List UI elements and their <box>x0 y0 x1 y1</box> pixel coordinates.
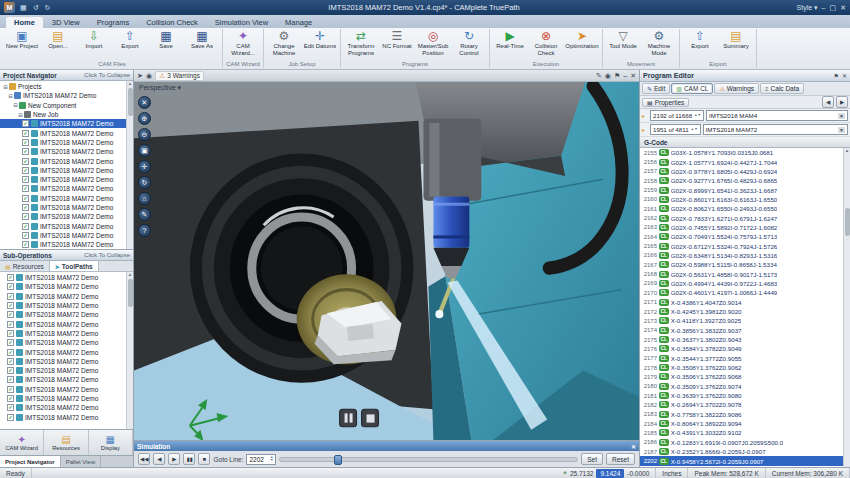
sub-operation-item[interactable]: ✓IMTS2018 MAM72 Demo <box>0 282 126 291</box>
sub-operation-item[interactable]: ✓IMTS2018 MAM72 Demo <box>0 394 126 403</box>
close-icon[interactable]: ✕ <box>842 72 847 79</box>
view-mode-label[interactable]: Perspective ▾ <box>139 84 181 92</box>
simulation-close-icon[interactable]: ✕ <box>631 443 636 450</box>
tree-project[interactable]: ⊟IMTS2018 MAM72 Demo <box>0 91 126 100</box>
ribbon-button-export[interactable]: ⇧Export <box>112 29 148 60</box>
checkbox[interactable]: ✓ <box>7 330 14 337</box>
checkbox[interactable]: ✓ <box>7 414 14 421</box>
scroll-up-icon[interactable]: ▲ <box>128 81 132 86</box>
gcode-row[interactable]: 2179CLX-0.3506Y1.3762Z0.9068 <box>640 372 843 381</box>
sub-operation-item[interactable]: ✓IMTS2018 MAM72 Demo <box>0 273 126 282</box>
display-button[interactable]: ▦Display <box>89 430 133 455</box>
sub-operation-item[interactable]: ✓IMTS2018 MAM72 Demo <box>0 310 126 319</box>
tree-item[interactable]: ✓IMTS2018 MAM72 Demo <box>0 138 126 147</box>
checkbox[interactable]: ✓ <box>7 339 14 346</box>
line-counter[interactable]: 2192 of 11668▲▼ <box>650 110 704 121</box>
sub-operation-item[interactable]: ✓IMTS2018 MAM72 Demo <box>0 292 126 301</box>
tab-manage[interactable]: Manage <box>277 17 320 28</box>
gcode-row[interactable]: 2187CLX-0.2352Y1.8666I-0.2059J-0.0907 <box>640 447 843 456</box>
ribbon-button-realtime[interactable]: ▶Real-Time <box>492 29 528 60</box>
skip-start-button[interactable]: ◀◀ <box>138 453 150 465</box>
checkbox[interactable]: ✓ <box>22 185 29 192</box>
scroll-up-icon[interactable]: ▲ <box>128 272 132 277</box>
editor-tab-cam-cl[interactable]: ▥CAM CL <box>671 83 713 94</box>
simulation-slider[interactable] <box>279 457 578 462</box>
ribbon-button-save-as[interactable]: ▦Save As <box>184 29 220 60</box>
subtab-toolpaths[interactable]: ➤ToolPaths <box>50 261 99 271</box>
spinner-icons[interactable]: ▲▼ <box>691 128 698 132</box>
gcode-row[interactable]: 2177CLX-0.3544Y1.3772Z0.9055 <box>640 354 843 363</box>
gcode-row[interactable]: 2181CLX-0.3639Y1.3762Z0.9080 <box>640 391 843 400</box>
gcode-row[interactable]: 2169CLG02X-0.4994Y1.4439I-0.9722J-1.4683 <box>640 279 843 288</box>
checkbox[interactable]: ✓ <box>22 241 29 248</box>
gcode-row[interactable]: 2162CLG02X-0.7833Y1.6271I-0.6791J-1.6247 <box>640 213 843 222</box>
gcode-row[interactable]: 2183CLX-0.7758Y1.3822Z0.9086 <box>640 410 843 419</box>
collapse-hint[interactable]: Click To Collapse <box>84 252 130 258</box>
sub-operation-item[interactable]: ✓IMTS2018 MAM72 Demo <box>0 338 126 347</box>
tree-item[interactable]: ✓IMTS2018 MAM72 Demo <box>0 212 126 221</box>
gcode-row[interactable]: 2184CLX-0.8064Y1.3892Z0.9094 <box>640 419 843 428</box>
gcode-row[interactable]: 2159CLG02X-0.8999Y1.6541I-0.3623J-1.6687 <box>640 185 843 194</box>
gcode-scrollbar[interactable]: ▲ <box>843 148 850 467</box>
cam-wizard-button[interactable]: ✦CAM Wizard <box>0 430 44 455</box>
sub-operation-item[interactable]: ✓IMTS2018 MAM72 Demo <box>0 375 126 384</box>
simulation-title-bar[interactable]: Simulation ✕ <box>134 441 639 451</box>
checkbox[interactable]: ✓ <box>22 176 29 183</box>
ribbon-button-save[interactable]: ▦Save <box>148 29 184 60</box>
help-tool-icon[interactable]: ? <box>138 224 151 237</box>
editor-tab-edit[interactable]: ✎Edit <box>642 83 670 94</box>
gcode-row[interactable]: 2180CLX-0.3509Y1.3762Z0.9074 <box>640 382 843 391</box>
step-back-button[interactable]: ◀ <box>153 453 165 465</box>
goto-line-input[interactable]: 2202 ▲▼ <box>246 454 276 465</box>
ribbon-button-tool-mode[interactable]: ▽Tool Mode <box>605 29 641 60</box>
home-tool-icon[interactable]: ⌂ <box>138 192 151 205</box>
quick-save-icon[interactable]: ▦ <box>19 4 28 12</box>
zoom-fit-tool-icon[interactable]: ▣ <box>138 144 151 157</box>
gcode-row[interactable]: 2175CLX-0.3637Y1.3802Z0.9043 <box>640 335 843 344</box>
checkbox[interactable]: ✓ <box>7 283 14 290</box>
checkbox[interactable]: ✓ <box>7 293 14 300</box>
gcode-row[interactable]: 2165CLG02X-0.6712Y1.5324I-0.7924J-1.5726 <box>640 241 843 250</box>
sub-operation-item[interactable]: ✓IMTS2018 MAM72 Demo <box>0 319 126 328</box>
gcode-row[interactable]: 2164CLG02X-0.7049Y1.5524I-0.7579J-1.5713 <box>640 232 843 241</box>
tab-3d-view[interactable]: 3D View <box>44 17 88 28</box>
pan-tool-icon[interactable]: ✛ <box>138 160 151 173</box>
properties-button[interactable]: ▤ Properties <box>642 98 689 107</box>
checkbox[interactable]: ✓ <box>22 213 29 220</box>
gcode-row[interactable]: 2167CLG02X-0.5988Y1.5115I-0.8658J-1.5334 <box>640 260 843 269</box>
program-dropdown[interactable]: IMTS2018 MAM4▼ <box>706 110 848 121</box>
ribbon-button-summary[interactable]: ▤Summary <box>718 29 754 60</box>
tree-item[interactable]: ✓IMTS2018 MAM72 Demo <box>0 156 126 165</box>
ribbon-button-import[interactable]: ⇩Import <box>76 29 112 60</box>
ribbon-button-new-project[interactable]: ▣New Project <box>4 29 40 60</box>
gcode-row[interactable]: 2168CLG02X-0.5631Y1.4858I-0.9017J-1.5173 <box>640 269 843 278</box>
tab-home[interactable]: Home <box>6 17 43 28</box>
close-panel-icon[interactable]: ✕ <box>630 72 636 80</box>
project-navigator-header[interactable]: Project Navigator Click To Collapse <box>0 70 133 81</box>
checkbox[interactable]: ✓ <box>22 130 29 137</box>
sub-operation-item[interactable]: ✓IMTS2018 MAM72 Demo <box>0 357 126 366</box>
footer-tab-project-navigator[interactable]: Project Navigator <box>0 456 61 467</box>
checkbox[interactable]: ✓ <box>7 311 14 318</box>
spinner-icons[interactable]: ▲▼ <box>694 114 701 118</box>
zoom-out-tool-icon[interactable]: ⊖ <box>138 128 151 141</box>
redo-icon[interactable]: ↻ <box>44 4 52 12</box>
checkbox[interactable]: ✓ <box>22 158 29 165</box>
checkbox[interactable]: ✓ <box>22 232 29 239</box>
checkbox[interactable]: ✓ <box>22 195 29 202</box>
sub-operations-header[interactable]: Sub-Operations Click To Collapse <box>0 250 133 261</box>
gcode-row[interactable]: 2186CLX-0.1283Y1.6919I-0.0907J0.2059S500… <box>640 438 843 447</box>
checkbox[interactable]: ✓ <box>7 376 14 383</box>
zoom-in-tool-icon[interactable]: ⊕ <box>138 112 151 125</box>
scroll-thumb[interactable] <box>128 88 133 116</box>
style-menu[interactable]: Style ▾ <box>797 4 818 12</box>
tree-component[interactable]: ⊟New Component <box>0 101 126 110</box>
gcode-row[interactable]: 2155CLG03X-1.0578Y1.7093I0.0315J0.0681 <box>640 148 843 157</box>
gcode-row[interactable]: 2182CLX-0.2694Y1.3702Z0.9078 <box>640 400 843 409</box>
slider-thumb[interactable] <box>334 455 342 465</box>
next-line-button[interactable]: ▶ <box>836 96 848 108</box>
tree-item[interactable]: ✓IMTS2018 MAM72 Demo <box>0 147 126 156</box>
pointer-icon[interactable]: ➤ <box>137 72 143 80</box>
ribbon-button-machine[interactable]: ⚙Change Machine <box>266 29 302 60</box>
ribbon-button-datums[interactable]: ✛Edit Datums <box>302 29 338 60</box>
